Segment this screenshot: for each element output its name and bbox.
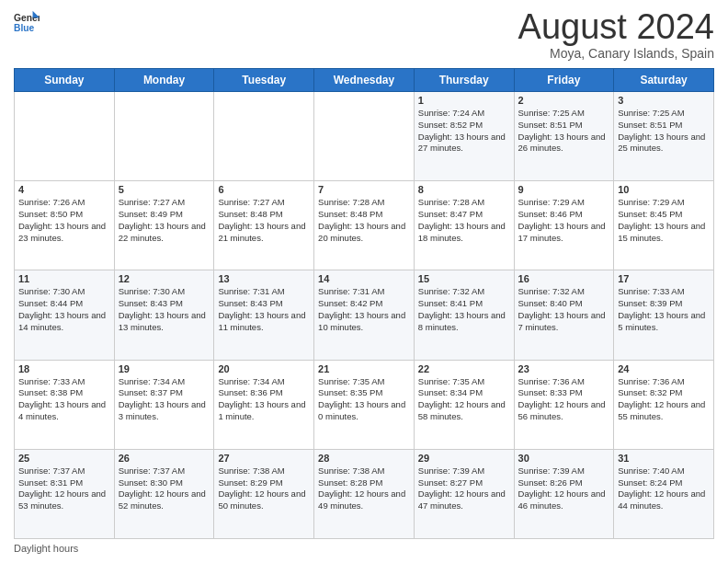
day-info: Sunrise: 7:25 AM Sunset: 8:51 PM Dayligh…: [518, 108, 610, 155]
day-info: Sunrise: 7:39 AM Sunset: 8:26 PM Dayligh…: [518, 465, 610, 512]
day-info: Sunrise: 7:31 AM Sunset: 8:42 PM Dayligh…: [318, 286, 410, 333]
day-cell: 23Sunrise: 7:36 AM Sunset: 8:33 PM Dayli…: [514, 360, 614, 449]
day-number: 5: [119, 184, 210, 195]
day-info: Sunrise: 7:40 AM Sunset: 8:24 PM Dayligh…: [618, 465, 710, 512]
day-info: Sunrise: 7:28 AM Sunset: 8:47 PM Dayligh…: [418, 197, 510, 244]
day-number: 12: [119, 273, 210, 284]
day-number: 31: [618, 453, 710, 464]
week-row-4: 25Sunrise: 7:37 AM Sunset: 8:31 PM Dayli…: [15, 449, 714, 538]
day-info: Sunrise: 7:32 AM Sunset: 8:41 PM Dayligh…: [418, 286, 510, 333]
day-info: Sunrise: 7:36 AM Sunset: 8:33 PM Dayligh…: [518, 376, 610, 423]
week-row-2: 11Sunrise: 7:30 AM Sunset: 8:44 PM Dayli…: [15, 270, 714, 360]
day-info: Sunrise: 7:30 AM Sunset: 8:43 PM Dayligh…: [119, 286, 210, 333]
day-info: Sunrise: 7:32 AM Sunset: 8:40 PM Dayligh…: [518, 286, 610, 333]
main-title: August 2024: [518, 9, 714, 44]
day-info: Sunrise: 7:26 AM Sunset: 8:50 PM Dayligh…: [18, 197, 110, 244]
day-cell: 2Sunrise: 7:25 AM Sunset: 8:51 PM Daylig…: [514, 92, 614, 181]
day-info: Sunrise: 7:28 AM Sunset: 8:48 PM Dayligh…: [318, 197, 410, 244]
day-cell: 17Sunrise: 7:33 AM Sunset: 8:39 PM Dayli…: [614, 270, 714, 360]
day-number: 19: [119, 363, 210, 374]
day-number: 7: [318, 184, 410, 195]
day-number: 30: [518, 453, 610, 464]
day-info: Sunrise: 7:39 AM Sunset: 8:27 PM Dayligh…: [418, 465, 510, 512]
calendar-table: SundayMondayTuesdayWednesdayThursdayFrid…: [14, 68, 714, 539]
day-cell: 19Sunrise: 7:34 AM Sunset: 8:37 PM Dayli…: [114, 360, 214, 449]
day-number: 6: [218, 184, 310, 195]
day-cell: 25Sunrise: 7:37 AM Sunset: 8:31 PM Dayli…: [15, 449, 115, 538]
day-number: 14: [318, 273, 410, 284]
day-number: 10: [618, 184, 710, 195]
day-info: Sunrise: 7:34 AM Sunset: 8:36 PM Dayligh…: [218, 376, 310, 423]
day-info: Sunrise: 7:33 AM Sunset: 8:39 PM Dayligh…: [618, 286, 710, 333]
day-number: 27: [218, 453, 310, 464]
day-cell: 11Sunrise: 7:30 AM Sunset: 8:44 PM Dayli…: [15, 270, 115, 360]
day-number: 18: [18, 363, 110, 374]
week-row-0: 1Sunrise: 7:24 AM Sunset: 8:52 PM Daylig…: [15, 92, 714, 181]
day-cell: 26Sunrise: 7:37 AM Sunset: 8:30 PM Dayli…: [114, 449, 214, 538]
day-info: Sunrise: 7:30 AM Sunset: 8:44 PM Dayligh…: [18, 286, 110, 333]
day-info: Sunrise: 7:27 AM Sunset: 8:48 PM Dayligh…: [218, 197, 310, 244]
day-cell: 15Sunrise: 7:32 AM Sunset: 8:41 PM Dayli…: [414, 270, 514, 360]
day-number: 28: [318, 453, 410, 464]
day-cell: 30Sunrise: 7:39 AM Sunset: 8:26 PM Dayli…: [514, 449, 614, 538]
day-info: Sunrise: 7:29 AM Sunset: 8:46 PM Dayligh…: [518, 197, 610, 244]
day-number: 9: [518, 184, 610, 195]
day-number: 2: [518, 95, 610, 106]
day-number: 13: [218, 273, 310, 284]
day-info: Sunrise: 7:31 AM Sunset: 8:43 PM Dayligh…: [218, 286, 310, 333]
day-cell: 9Sunrise: 7:29 AM Sunset: 8:46 PM Daylig…: [514, 181, 614, 270]
day-cell: 16Sunrise: 7:32 AM Sunset: 8:40 PM Dayli…: [514, 270, 614, 360]
day-cell: 12Sunrise: 7:30 AM Sunset: 8:43 PM Dayli…: [114, 270, 214, 360]
footer-note: Daylight hours: [14, 543, 714, 554]
day-number: 23: [518, 363, 610, 374]
title-block: August 2024 Moya, Canary Islands, Spain: [518, 9, 714, 61]
day-header-thursday: Thursday: [414, 69, 514, 92]
subtitle: Moya, Canary Islands, Spain: [518, 46, 714, 61]
day-header-wednesday: Wednesday: [314, 69, 415, 92]
day-number: 20: [218, 363, 310, 374]
day-info: Sunrise: 7:38 AM Sunset: 8:28 PM Dayligh…: [318, 465, 410, 512]
day-cell: 14Sunrise: 7:31 AM Sunset: 8:42 PM Dayli…: [314, 270, 415, 360]
day-cell: 28Sunrise: 7:38 AM Sunset: 8:28 PM Dayli…: [314, 449, 415, 538]
day-info: Sunrise: 7:38 AM Sunset: 8:29 PM Dayligh…: [218, 465, 310, 512]
day-number: 22: [418, 363, 510, 374]
logo: General Blue: [14, 9, 40, 35]
day-cell: [314, 92, 415, 181]
day-header-saturday: Saturday: [614, 69, 714, 92]
day-number: 25: [18, 453, 110, 464]
day-info: Sunrise: 7:25 AM Sunset: 8:51 PM Dayligh…: [618, 108, 710, 155]
header: General Blue August 2024 Moya, Canary Is…: [14, 9, 714, 61]
day-number: 1: [418, 95, 510, 106]
day-number: 16: [518, 273, 610, 284]
logo-icon: General Blue: [14, 9, 40, 35]
day-info: Sunrise: 7:27 AM Sunset: 8:49 PM Dayligh…: [119, 197, 210, 244]
day-number: 8: [418, 184, 510, 195]
week-row-3: 18Sunrise: 7:33 AM Sunset: 8:38 PM Dayli…: [15, 360, 714, 449]
day-cell: 8Sunrise: 7:28 AM Sunset: 8:47 PM Daylig…: [414, 181, 514, 270]
day-cell: 13Sunrise: 7:31 AM Sunset: 8:43 PM Dayli…: [214, 270, 314, 360]
day-info: Sunrise: 7:35 AM Sunset: 8:35 PM Dayligh…: [318, 376, 410, 423]
day-cell: [214, 92, 314, 181]
day-cell: 6Sunrise: 7:27 AM Sunset: 8:48 PM Daylig…: [214, 181, 314, 270]
day-cell: 3Sunrise: 7:25 AM Sunset: 8:51 PM Daylig…: [614, 92, 714, 181]
day-info: Sunrise: 7:36 AM Sunset: 8:32 PM Dayligh…: [618, 376, 710, 423]
day-cell: 1Sunrise: 7:24 AM Sunset: 8:52 PM Daylig…: [414, 92, 514, 181]
day-info: Sunrise: 7:37 AM Sunset: 8:30 PM Dayligh…: [119, 465, 210, 512]
day-number: 24: [618, 363, 710, 374]
day-info: Sunrise: 7:34 AM Sunset: 8:37 PM Dayligh…: [119, 376, 210, 423]
day-header-friday: Friday: [514, 69, 614, 92]
day-cell: 31Sunrise: 7:40 AM Sunset: 8:24 PM Dayli…: [614, 449, 714, 538]
day-header-sunday: Sunday: [15, 69, 115, 92]
day-cell: 18Sunrise: 7:33 AM Sunset: 8:38 PM Dayli…: [15, 360, 115, 449]
day-number: 3: [618, 95, 710, 106]
day-cell: 27Sunrise: 7:38 AM Sunset: 8:29 PM Dayli…: [214, 449, 314, 538]
day-info: Sunrise: 7:29 AM Sunset: 8:45 PM Dayligh…: [618, 197, 710, 244]
day-number: 4: [18, 184, 110, 195]
day-cell: 4Sunrise: 7:26 AM Sunset: 8:50 PM Daylig…: [15, 181, 115, 270]
day-cell: 5Sunrise: 7:27 AM Sunset: 8:49 PM Daylig…: [114, 181, 214, 270]
day-cell: 21Sunrise: 7:35 AM Sunset: 8:35 PM Dayli…: [314, 360, 415, 449]
day-header-monday: Monday: [114, 69, 214, 92]
day-cell: 10Sunrise: 7:29 AM Sunset: 8:45 PM Dayli…: [614, 181, 714, 270]
day-cell: 20Sunrise: 7:34 AM Sunset: 8:36 PM Dayli…: [214, 360, 314, 449]
day-info: Sunrise: 7:35 AM Sunset: 8:34 PM Dayligh…: [418, 376, 510, 423]
